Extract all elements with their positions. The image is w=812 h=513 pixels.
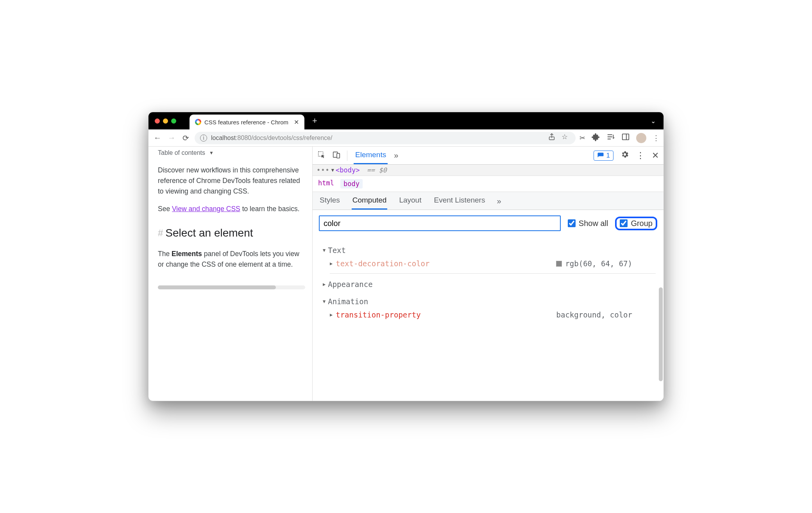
site-info-icon[interactable]: i	[200, 135, 207, 142]
styles-subtabs: Styles Computed Layout Event Listeners »	[313, 192, 664, 210]
group-text: ▼ Text ▶ text-decoration-color rgb(60, 6…	[323, 244, 656, 274]
subtab-styles[interactable]: Styles	[319, 192, 341, 210]
devtools-menu-button[interactable]: ⋮	[636, 151, 645, 161]
triangle-right-icon: ▶	[330, 261, 333, 266]
minimize-window-button[interactable]	[163, 118, 168, 124]
subtab-layout[interactable]: Layout	[398, 192, 422, 210]
show-all-checkbox[interactable]: Show all	[568, 219, 608, 228]
chevron-down-icon: ▼	[209, 149, 214, 157]
tabs-dropdown-button[interactable]: ⌄	[651, 117, 660, 125]
browser-menu-button[interactable]: ⋮	[653, 134, 660, 142]
triangle-right-icon: ▶	[323, 282, 326, 287]
section-heading: # Select an element	[158, 224, 305, 241]
tab-title: CSS features reference - Chrom	[204, 119, 288, 126]
prop-name: transition-property	[336, 310, 420, 319]
url-path: :8080/docs/devtools/css/reference/	[236, 135, 332, 141]
filter-input[interactable]	[319, 215, 561, 231]
profile-avatar[interactable]	[636, 133, 646, 143]
new-tab-button[interactable]: +	[308, 116, 321, 126]
group-appearance-label: Appearance	[328, 280, 372, 289]
toc-label: Table of contents	[158, 148, 205, 158]
breadcrumb-body[interactable]: body	[340, 179, 363, 188]
bookmark-icon[interactable]: ☆	[562, 133, 568, 143]
maximize-window-button[interactable]	[171, 118, 176, 124]
chrome-favicon-icon	[195, 119, 201, 125]
subtab-computed[interactable]: Computed	[352, 192, 388, 210]
prop-text-decoration-color[interactable]: ▶ text-decoration-color rgb(60, 64, 67)	[323, 257, 656, 270]
group-checkbox[interactable]: Group	[615, 217, 657, 230]
computed-filter-row: Show all Group	[313, 210, 664, 237]
scrollbar-thumb[interactable]	[158, 285, 276, 289]
view-change-css-link[interactable]: View and change CSS	[172, 205, 240, 213]
triangle-down-icon: ▼	[331, 167, 334, 173]
group-text-label: Text	[328, 246, 346, 255]
browser-toolbar: ← → ⟳ i localhost:8080/docs/devtools/css…	[148, 129, 664, 147]
computed-properties: ▼ Text ▶ text-decoration-color rgb(60, 6…	[313, 237, 664, 333]
more-tabs-button[interactable]: »	[394, 151, 398, 160]
triangle-down-icon: ▼	[323, 299, 326, 304]
group-animation-header[interactable]: ▼ Animation	[323, 295, 656, 308]
close-devtools-button[interactable]: ✕	[652, 151, 659, 161]
prop-transition-property[interactable]: ▶ transition-property background, color	[323, 308, 656, 321]
side-panel-icon[interactable]	[621, 133, 630, 143]
group-appearance-header[interactable]: ▶ Appearance	[323, 278, 656, 291]
url-host: localhost	[211, 135, 236, 141]
horizontal-scrollbar[interactable]	[158, 285, 305, 289]
show-all-checkbox-input[interactable]	[568, 219, 576, 227]
settings-icon[interactable]	[621, 150, 629, 161]
dom-selected-element[interactable]: ••• ▼ <body> == $0	[313, 165, 664, 176]
issues-button[interactable]: 1	[594, 151, 613, 161]
breadcrumb-html[interactable]: html	[318, 179, 334, 188]
inspect-element-icon[interactable]	[317, 151, 326, 161]
forward-button[interactable]: →	[166, 133, 177, 142]
scissors-icon[interactable]: ✂	[579, 134, 585, 142]
group-text-header[interactable]: ▼ Text	[323, 244, 656, 257]
address-bar[interactable]: i localhost:8080/docs/devtools/css/refer…	[195, 132, 576, 144]
vertical-scrollbar[interactable]	[659, 287, 663, 381]
reload-button[interactable]: ⟳	[181, 133, 191, 143]
window-controls	[152, 118, 183, 124]
browser-tab[interactable]: CSS features reference - Chrom ✕	[190, 115, 304, 129]
reading-list-icon[interactable]	[606, 133, 615, 143]
prop-value-text: background, color	[556, 310, 632, 319]
device-toolbar-icon[interactable]	[332, 151, 341, 161]
triangle-down-icon: ▼	[323, 248, 326, 253]
close-window-button[interactable]	[155, 118, 160, 124]
url-text: localhost:8080/docs/devtools/css/referen…	[211, 135, 332, 142]
dom-breadcrumbs: html body	[313, 176, 664, 192]
devtools-main-toolbar: Elements » 1 ⋮ ✕	[313, 147, 664, 165]
group-checkbox-input[interactable]	[620, 219, 628, 227]
intro-paragraph: Discover new workflows in this comprehen…	[158, 165, 305, 197]
browser-window: CSS features reference - Chrom ✕ + ⌄ ← →…	[148, 112, 664, 401]
back-button[interactable]: ←	[152, 133, 163, 142]
body-bold: Elements	[172, 250, 202, 258]
close-tab-button[interactable]: ✕	[294, 118, 299, 126]
divider	[330, 273, 656, 274]
color-swatch-icon[interactable]	[556, 261, 562, 267]
dom-console-ref: == $0	[367, 166, 387, 174]
table-of-contents-toggle[interactable]: Table of contents ▼	[158, 147, 305, 158]
content-area: Table of contents ▼ Discover new workflo…	[148, 147, 664, 401]
prop-value: background, color	[556, 310, 656, 319]
group-animation: ▼ Animation ▶ transition-property backgr…	[323, 295, 656, 321]
anchor-hash-icon[interactable]: #	[158, 226, 163, 240]
tab-elements[interactable]: Elements	[354, 147, 388, 164]
svg-rect-5	[337, 153, 340, 158]
group-animation-label: Animation	[328, 297, 368, 306]
body-paragraph: The Elements panel of DevTools lets you …	[158, 249, 305, 270]
prop-value: rgb(60, 64, 67)	[556, 259, 656, 268]
group-appearance: ▶ Appearance	[323, 278, 656, 291]
subtab-event-listeners[interactable]: Event Listeners	[433, 192, 486, 210]
more-subtabs-button[interactable]: »	[497, 193, 501, 210]
dom-tag: <body>	[336, 166, 359, 174]
svg-rect-1	[622, 134, 629, 140]
prop-value-text: rgb(60, 64, 67)	[565, 259, 632, 268]
share-icon[interactable]	[547, 133, 556, 143]
see-paragraph: See View and change CSS to learn the bas…	[158, 204, 305, 214]
see-suffix: to learn the basics.	[240, 205, 300, 213]
show-all-label: Show all	[579, 219, 608, 228]
tab-strip: CSS features reference - Chrom ✕ + ⌄	[148, 112, 664, 129]
body-prefix: The	[158, 250, 172, 258]
extensions-icon[interactable]	[592, 133, 600, 143]
dom-ellipsis: •••	[317, 166, 330, 174]
